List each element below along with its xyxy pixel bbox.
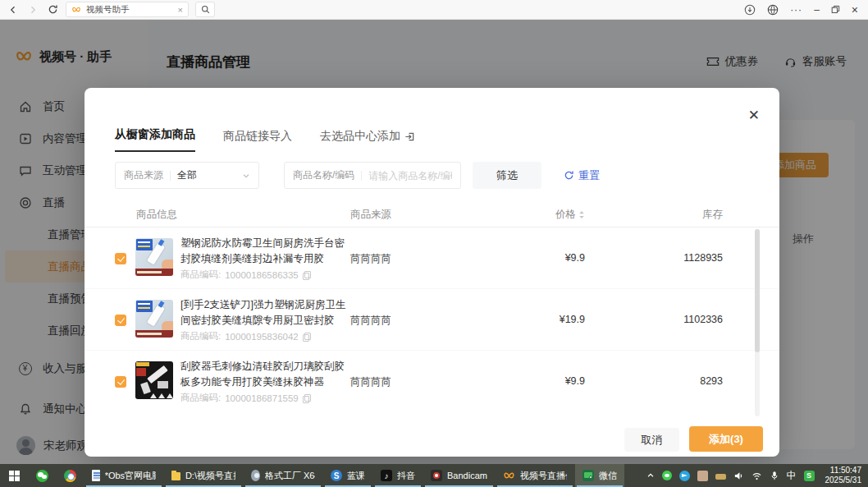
taskbar-app-lanke[interactable]: S蓝课 xyxy=(323,464,372,487)
filter-button[interactable]: 筛选 xyxy=(473,162,541,189)
product-stock: 1128935 xyxy=(651,252,723,264)
product-title: 刮胶器毛刺修边清硅胶刮刀璃胶刮胶板多功能专用打胶美缝抹胶神器 xyxy=(180,359,349,390)
download-icon[interactable] xyxy=(744,4,756,16)
start-button[interactable] xyxy=(0,464,28,487)
product-title: 塑钢泥防水防霉卫生间厨房洗手台密封胶填缝剂美缝封边补漏专用胶150ml... xyxy=(180,236,349,267)
tab-link-import[interactable]: 商品链接导入 xyxy=(223,129,292,152)
tray-expand-icon[interactable] xyxy=(646,471,655,480)
product-source: 苘苘苘苘 xyxy=(350,375,391,389)
column-product-info: 商品信息 xyxy=(136,202,177,227)
row-checkbox[interactable] xyxy=(115,253,126,264)
minimize-icon[interactable]: – xyxy=(814,5,820,15)
cancel-button[interactable]: 取消 xyxy=(624,428,679,452)
lanke-icon: S xyxy=(331,470,342,481)
row-checkbox[interactable] xyxy=(115,315,126,326)
column-stock: 库存 xyxy=(651,202,723,227)
taskbar-app-live-companion[interactable]: 视频号直播伴侣 xyxy=(496,464,574,487)
column-source: 商品来源 xyxy=(350,202,391,227)
tab-from-showcase[interactable]: 从橱窗添加商品 xyxy=(115,127,195,152)
tray-microphone-icon[interactable] xyxy=(770,471,779,480)
source-select-value: 全部 xyxy=(177,168,197,182)
taskbar-app-folder[interactable]: D:\视频号直播... xyxy=(164,464,243,487)
product-code: 商品编码: 10000186586335 xyxy=(180,269,310,281)
confirm-add-button[interactable]: 添加(3) xyxy=(689,426,763,452)
product-image xyxy=(135,300,173,338)
screen: 视频号助手 × ··· – × 视频号 · 助手 首页 xyxy=(0,0,868,487)
taskbar-app-formatfactory[interactable]: 格式工厂 X64 ... xyxy=(244,464,322,487)
tab-title: 视频号助手 xyxy=(86,4,173,16)
globe-icon[interactable] xyxy=(767,4,779,16)
folder-icon xyxy=(171,472,180,480)
search-input[interactable] xyxy=(368,170,452,181)
system-tray: 中 S 11:50:47 2025/5/31 xyxy=(640,464,868,487)
tray-wechat-icon[interactable] xyxy=(662,471,672,480)
product-image xyxy=(135,238,173,276)
reset-icon xyxy=(564,170,574,181)
close-window-icon[interactable]: × xyxy=(852,4,858,16)
table-row: [到手2支送铲刀]强力塑钢泥厨房卫生间密封胶美缝填隙专用厨卫密封胶150M...… xyxy=(85,289,779,351)
product-price: ¥9.9 xyxy=(511,375,585,387)
chrome-taskbar-icon[interactable] xyxy=(56,464,84,487)
modal-tabs: 从橱窗添加商品 商品链接导入 去选品中心添加 xyxy=(115,127,415,152)
copy-icon[interactable] xyxy=(303,333,310,341)
product-list: 塑钢泥防水防霉卫生间厨房洗手台密封胶填缝剂美缝封边补漏专用胶150ml... 商… xyxy=(85,227,779,412)
product-stock: 1102336 xyxy=(651,314,723,325)
product-source: 苘苘苘苘 xyxy=(350,252,391,266)
product-title: [到手2支送铲刀]强力塑钢泥厨房卫生间密封胶美缝填隙专用厨卫密封胶150M... xyxy=(180,297,349,328)
browser-search-icon[interactable] xyxy=(195,2,215,17)
row-checkbox[interactable] xyxy=(115,376,126,388)
product-stock: 8293 xyxy=(651,375,723,387)
browser-tab[interactable]: 视频号助手 × xyxy=(66,2,189,17)
taskbar-clock[interactable]: 11:50:47 2025/5/31 xyxy=(822,466,862,486)
column-price[interactable]: 价格 xyxy=(511,202,585,227)
tab-close-icon[interactable]: × xyxy=(178,5,183,15)
tab-favicon-icon xyxy=(71,5,81,15)
sort-icon[interactable] xyxy=(578,210,585,219)
copy-icon[interactable] xyxy=(303,271,310,279)
chevron-down-icon xyxy=(242,172,250,180)
tray-network-icon[interactable] xyxy=(752,471,762,481)
browser-bar: 视频号助手 × ··· – × xyxy=(0,0,868,20)
product-price: ¥9.9 xyxy=(511,252,585,264)
tray-avatar-icon[interactable] xyxy=(697,471,708,481)
product-code: 商品编码: 10000186871559 xyxy=(180,392,310,404)
tray-volume-icon[interactable] xyxy=(733,471,744,481)
tab-selection-center[interactable]: 去选品中心添加 xyxy=(320,129,415,152)
modal-close-icon[interactable]: ✕ xyxy=(748,108,760,122)
taskbar-app-weixin[interactable]: 微信 xyxy=(575,464,624,487)
filter-bar: 商品来源 全部 商品名称/编码 筛选 重置 xyxy=(115,162,749,189)
back-icon[interactable] xyxy=(7,3,20,16)
external-link-icon xyxy=(404,131,415,142)
product-code: 商品编码: 10000195836042 xyxy=(180,330,310,342)
table-header: 商品信息 商品来源 价格 库存 xyxy=(85,202,779,227)
weixin-screenshare-icon xyxy=(582,470,594,481)
scrollbar-thumb[interactable] xyxy=(755,229,760,352)
reset-button[interactable]: 重置 xyxy=(564,162,600,189)
more-icon[interactable]: ··· xyxy=(790,5,802,15)
taskbar: *Obs官网电脑... D:\视频号直播... 格式工厂 X64 ... S蓝课… xyxy=(0,464,868,487)
bandicam-icon xyxy=(431,470,442,481)
format-factory-icon xyxy=(251,470,260,481)
taskbar-app-bandicam[interactable]: Bandicam xyxy=(423,464,495,487)
wechat-taskbar-icon[interactable] xyxy=(28,464,56,487)
tray-sogou-icon[interactable]: S xyxy=(804,471,815,481)
tray-telegram-icon[interactable] xyxy=(679,471,690,481)
search-box: 商品名称/编码 xyxy=(284,162,461,189)
copy-icon[interactable] xyxy=(303,394,310,402)
tray-key-icon[interactable] xyxy=(715,471,726,480)
restore-icon[interactable] xyxy=(831,5,840,14)
taskbar-app-douyin[interactable]: ♪抖音 xyxy=(373,464,423,487)
input-method-indicator[interactable]: 中 xyxy=(787,469,797,483)
table-row: 塑钢泥防水防霉卫生间厨房洗手台密封胶填缝剂美缝封边补漏专用胶150ml... 商… xyxy=(85,227,779,289)
douyin-icon: ♪ xyxy=(381,470,392,481)
forward-icon[interactable] xyxy=(26,3,39,16)
product-image xyxy=(135,361,173,399)
source-select[interactable]: 商品来源 全部 xyxy=(115,162,259,189)
add-products-modal: ✕ 从橱窗添加商品 商品链接导入 去选品中心添加 商品来源 全部 商品名称/编码… xyxy=(85,88,779,457)
product-source: 苘苘苘苘 xyxy=(350,314,391,328)
refresh-icon[interactable] xyxy=(46,3,59,16)
taskbar-app-obs[interactable]: *Obs官网电脑... xyxy=(85,464,163,487)
modal-scrollbar xyxy=(755,229,760,416)
channels-companion-icon xyxy=(503,470,515,482)
product-price: ¥19.9 xyxy=(511,314,585,325)
